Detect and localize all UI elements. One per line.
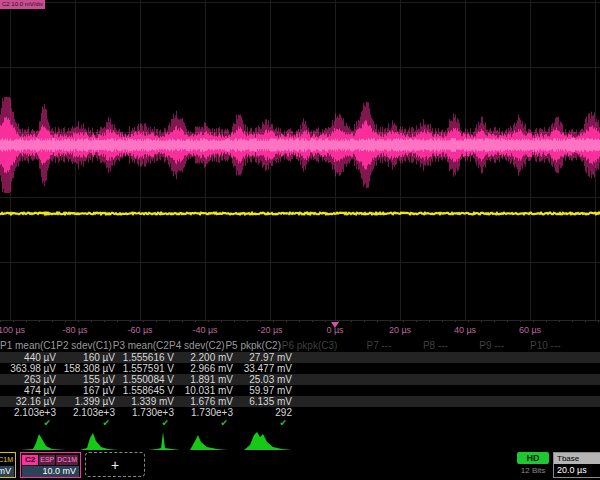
- c1-coupling-badge: DC1M: [0, 455, 14, 465]
- measurement-value: 155 µV: [59, 374, 118, 385]
- time-axis-label: 60 µs: [519, 325, 541, 335]
- measurement-row: 32.16 µV1.399 µV1.339 mV1.676 mV6.135 mV: [0, 396, 600, 407]
- c1-volts-per-div: 50.0 mV: [0, 466, 14, 477]
- param-header-inactive[interactable]: P7 ---: [338, 340, 394, 352]
- measurement-value: 32.16 µV: [0, 396, 59, 407]
- measurement-value: 474 µV: [0, 385, 59, 396]
- time-axis-label: 20 µs: [389, 325, 411, 335]
- measurement-value: 25.03 mV: [236, 374, 295, 385]
- waveform-canvas: [0, 0, 600, 320]
- measurement-value: 1.555616 V: [118, 352, 177, 363]
- measurement-value: 59.97 mV: [236, 385, 295, 396]
- measurement-row: 363.98 µV158.308 µV1.557591 V2.966 mV33.…: [0, 363, 600, 374]
- measurement-row: 2.103e+32.103e+31.730e+31.730e+3292: [0, 407, 600, 418]
- measurement-value: 1.558645 V: [118, 385, 177, 396]
- trigger-position-marker[interactable]: [331, 322, 339, 328]
- status-check-icon: ✔: [118, 418, 177, 429]
- histicon-p4: [190, 435, 227, 450]
- histicon-p5: [244, 432, 292, 450]
- c2-esp-badge: ESP: [39, 455, 55, 465]
- param-header[interactable]: P4 sdev(C2): [169, 340, 225, 352]
- measurement-value: 1.676 mV: [177, 396, 236, 407]
- time-axis-label: -60 µs: [127, 325, 152, 335]
- measurement-value: 363.98 µV: [0, 363, 59, 374]
- trace-label[interactable]: C2 10.0 mV/div: [0, 0, 45, 9]
- channel-c1-descriptor[interactable]: DC1M 50.0 mV: [0, 452, 16, 478]
- bit-resolution-label: 12 Bits: [512, 466, 554, 475]
- measurement-value: 160 µV: [59, 352, 118, 363]
- time-axis-label: 40 µs: [454, 325, 476, 335]
- param-header-inactive[interactable]: P6 pkpk(C3): [282, 340, 338, 352]
- measurement-value: 1.730e+3: [177, 407, 236, 418]
- measurement-value: 292: [236, 407, 295, 418]
- measurement-row: 474 µV167 µV1.558645 V10.031 mV59.97 mV: [0, 385, 600, 396]
- measurement-value: 2.103e+3: [59, 407, 118, 418]
- param-header-inactive[interactable]: P11: [564, 340, 600, 352]
- descriptor-bar: DC1M 50.0 mV C2 ESP DC1M 10.0 mV + HD 12…: [0, 450, 600, 480]
- c2-channel-chip: C2: [22, 455, 38, 465]
- time-axis-label: -100 µs: [0, 325, 25, 335]
- time-axis: -100 µs-80 µs-60 µs-40 µs-20 µs0 µs20 µs…: [0, 320, 600, 340]
- measurement-value: 1.730e+3: [118, 407, 177, 418]
- measurement-table[interactable]: P1 mean(C1)P2 sdev(C1)P3 mean(C2)P4 sdev…: [0, 340, 600, 429]
- waveform-grid[interactable]: C2 10.0 mV/div: [0, 0, 600, 320]
- status-check-icon: ✔: [236, 418, 295, 429]
- param-header[interactable]: P5 pkpk(C2): [225, 340, 281, 352]
- measurement-value: 158.308 µV: [59, 363, 118, 374]
- param-header-inactive[interactable]: P9 ---: [451, 340, 507, 352]
- histicon-p1: [20, 434, 66, 450]
- measurement-value: 33.477 mV: [236, 363, 295, 374]
- measurement-value: 1.399 µV: [59, 396, 118, 407]
- status-check-icon: ✔: [0, 418, 59, 429]
- add-trace-button[interactable]: +: [85, 452, 145, 477]
- timebase-title: Tbase: [554, 453, 600, 464]
- measurement-value: 6.135 mV: [236, 396, 295, 407]
- measurement-value: 1.557591 V: [118, 363, 177, 374]
- param-header[interactable]: P3 mean(C2): [113, 340, 169, 352]
- measurement-header-row: P1 mean(C1)P2 sdev(C1)P3 mean(C2)P4 sdev…: [0, 340, 600, 352]
- status-check-icon: ✔: [177, 418, 236, 429]
- hd-mode-badge[interactable]: HD: [517, 452, 549, 464]
- measurement-value: 1.339 mV: [118, 396, 177, 407]
- c2-coupling-badge: DC1M: [56, 455, 78, 465]
- measurement-value: 1.550084 V: [118, 374, 177, 385]
- measurement-value: 1.891 mV: [177, 374, 236, 385]
- measurement-row: 263 µV155 µV1.550084 V1.891 mV25.03 mV: [0, 374, 600, 385]
- measurement-value: 27.97 mV: [236, 352, 295, 363]
- param-header[interactable]: P1 mean(C1): [0, 340, 56, 352]
- measurement-value: 440 µV: [0, 352, 59, 363]
- histicon-p3: [148, 432, 180, 450]
- measurement-value: 263 µV: [0, 374, 59, 385]
- measurement-status-row: ✔✔✔✔✔: [0, 418, 600, 429]
- measurement-value: 2.966 mV: [177, 363, 236, 374]
- param-header-inactive[interactable]: P10 ---: [507, 340, 563, 352]
- measurement-value: 2.103e+3: [0, 407, 59, 418]
- time-axis-label: -20 µs: [257, 325, 282, 335]
- measurement-rows: 440 µV160 µV1.555616 V2.200 mV27.97 mV36…: [0, 352, 600, 418]
- measurement-value: 2.200 mV: [177, 352, 236, 363]
- c2-volts-per-div: 10.0 mV: [22, 466, 79, 477]
- time-axis-label: -80 µs: [62, 325, 87, 335]
- measurement-row: 440 µV160 µV1.555616 V2.200 mV27.97 mV: [0, 352, 600, 363]
- measurement-value: 10.031 mV: [177, 385, 236, 396]
- param-header[interactable]: P2 sdev(C1): [56, 340, 112, 352]
- measurement-value: 167 µV: [59, 385, 118, 396]
- timebase-descriptor[interactable]: Tbase 20.0 µs: [553, 452, 600, 478]
- time-axis-label: -40 µs: [192, 325, 217, 335]
- timebase-value: 20.0 µs: [554, 464, 600, 477]
- oscilloscope-screen: C2 10.0 mV/div -100 µs-80 µs-60 µs-40 µs…: [0, 0, 600, 480]
- status-check-icon: ✔: [59, 418, 118, 429]
- param-header-inactive[interactable]: P8 ---: [395, 340, 451, 352]
- channel-c2-descriptor[interactable]: C2 ESP DC1M 10.0 mV: [20, 452, 81, 478]
- histicon-p2: [80, 433, 118, 450]
